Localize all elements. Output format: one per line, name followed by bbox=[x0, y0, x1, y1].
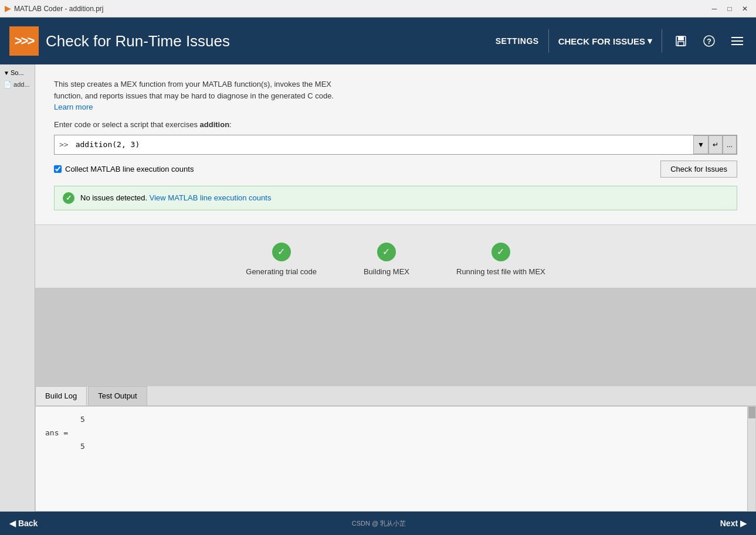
success-text: No issues detected. bbox=[80, 193, 150, 202]
code-prompt: >> bbox=[55, 137, 73, 152]
close-button[interactable]: ✕ bbox=[738, 2, 751, 15]
sidebar-source-label: So... bbox=[11, 69, 24, 76]
svg-text:?: ? bbox=[707, 37, 711, 46]
step-building: ✓ Building MEX bbox=[364, 243, 409, 276]
exercise-prefix: Enter code or select a script that exerc… bbox=[54, 120, 200, 129]
check-for-issues-header-button[interactable]: CHECK FOR ISSUES ▾ bbox=[558, 36, 652, 46]
header-right: SETTINGS CHECK FOR ISSUES ▾ ? bbox=[496, 29, 747, 53]
window-title: MATLAB Coder - addition.prj bbox=[14, 5, 104, 13]
watermark: CSDN @ 乳从小芷 bbox=[352, 519, 406, 528]
maximize-button[interactable]: □ bbox=[723, 2, 736, 15]
step-generating: ✓ Generating trial code bbox=[246, 243, 317, 276]
enter-button[interactable]: ↵ bbox=[708, 135, 723, 154]
log-line-1: 5 bbox=[45, 414, 746, 425]
code-input-field[interactable] bbox=[73, 137, 693, 152]
tab-test-output[interactable]: Test Output bbox=[88, 386, 147, 405]
main-panel: This step creates a MEX function from yo… bbox=[35, 64, 756, 512]
code-input-row: >> ▼ ↵ ... bbox=[54, 135, 737, 155]
checkbox-row: Collect MATLAB line execution counts Che… bbox=[54, 161, 737, 178]
tab-build-log-label: Build Log bbox=[45, 391, 77, 400]
dropdown-arrow-icon: ▼ bbox=[697, 141, 704, 149]
dropdown-arrow-button[interactable]: ▼ bbox=[693, 135, 708, 154]
check-issues-arrow-icon: ▾ bbox=[647, 36, 652, 46]
success-icon: ✓ bbox=[63, 192, 74, 204]
svg-rect-1 bbox=[678, 36, 684, 40]
step-building-icon: ✓ bbox=[377, 243, 396, 261]
desc-line1: This step creates a MEX function from yo… bbox=[54, 80, 331, 88]
file-icon: 📄 bbox=[4, 81, 12, 88]
content-area: ▼ So... 📄 add... This step creates a MEX… bbox=[0, 64, 756, 512]
save-icon-button[interactable] bbox=[672, 32, 690, 50]
svg-rect-2 bbox=[678, 42, 684, 46]
next-button[interactable]: Next ▶ bbox=[720, 519, 747, 528]
help-icon-button[interactable]: ? bbox=[700, 32, 718, 50]
enter-icon: ↵ bbox=[713, 141, 718, 149]
info-card: This step creates a MEX function from yo… bbox=[35, 64, 756, 225]
collect-counts-checkbox[interactable] bbox=[54, 165, 62, 173]
exercise-label: Enter code or select a script that exerc… bbox=[54, 120, 737, 129]
logo-arrows: >>> bbox=[15, 33, 34, 49]
desc-line2: function, and reports issues that may be… bbox=[54, 91, 334, 100]
footer: ◀ Back CSDN @ 乳从小芷 Next ▶ bbox=[0, 512, 756, 535]
tabs-area: Build Log Test Output 5 ans = bbox=[35, 386, 756, 512]
log-line-3: ans = bbox=[45, 427, 746, 438]
collect-counts-text: Collect MATLAB line execution counts bbox=[65, 165, 194, 173]
description-text: This step creates a MEX function from yo… bbox=[54, 79, 737, 113]
matlab-logo: >>> bbox=[9, 26, 39, 56]
log-content: 5 ans = 5 bbox=[35, 406, 756, 512]
step-running-icon: ✓ bbox=[491, 243, 510, 261]
page-title: Check for Run-Time Issues bbox=[46, 32, 230, 50]
sidebar-file-item[interactable]: 📄 add... bbox=[0, 79, 35, 91]
settings-button[interactable]: SETTINGS bbox=[496, 36, 539, 46]
code-input-controls: ▼ ↵ ... bbox=[693, 135, 737, 154]
step-generating-icon: ✓ bbox=[272, 243, 291, 261]
header-left: >>> Check for Run-Time Issues bbox=[9, 26, 230, 56]
back-button[interactable]: ◀ Back bbox=[9, 519, 38, 528]
menu-icon-button[interactable] bbox=[728, 32, 747, 50]
view-counts-link[interactable]: View MATLAB line execution counts bbox=[150, 193, 272, 202]
svg-rect-7 bbox=[731, 44, 743, 45]
title-bar: ▶ MATLAB Coder - addition.prj ─ □ ✕ bbox=[0, 0, 756, 18]
check-for-issues-button[interactable]: Check for Issues bbox=[660, 161, 737, 178]
middle-space bbox=[35, 288, 756, 387]
app-icon: ▶ bbox=[5, 4, 11, 13]
sidebar-file-label: add... bbox=[13, 81, 30, 88]
sidebar: ▼ So... 📄 add... bbox=[0, 64, 35, 512]
steps-area: ✓ Generating trial code ✓ Building MEX ✓… bbox=[35, 225, 756, 288]
log-scrollbar[interactable] bbox=[747, 407, 755, 511]
step-running: ✓ Running test file with MEX bbox=[456, 243, 545, 276]
step-generating-label: Generating trial code bbox=[246, 267, 317, 276]
exercise-function-name: addition bbox=[200, 120, 230, 129]
log-line-5: 5 bbox=[45, 441, 746, 452]
collapse-arrow-icon: ▼ bbox=[4, 70, 9, 76]
step-running-label: Running test file with MEX bbox=[456, 267, 545, 276]
success-message: No issues detected. View MATLAB line exe… bbox=[80, 193, 271, 202]
success-banner: ✓ No issues detected. View MATLAB line e… bbox=[54, 186, 737, 210]
title-bar-left: ▶ MATLAB Coder - addition.prj bbox=[5, 4, 104, 13]
log-scrollbar-thumb[interactable] bbox=[748, 407, 755, 418]
tab-test-output-label: Test Output bbox=[98, 391, 137, 400]
collect-counts-label[interactable]: Collect MATLAB line execution counts bbox=[54, 165, 194, 173]
svg-rect-5 bbox=[731, 37, 743, 38]
check-issues-header-label: CHECK FOR ISSUES bbox=[558, 36, 645, 46]
main-header: >>> Check for Run-Time Issues SETTINGS C… bbox=[0, 18, 756, 64]
tabs-row: Build Log Test Output bbox=[35, 386, 756, 406]
sidebar-collapse[interactable]: ▼ So... bbox=[0, 67, 35, 79]
minimize-button[interactable]: ─ bbox=[708, 2, 721, 15]
learn-more-link[interactable]: Learn more bbox=[54, 103, 93, 111]
title-bar-controls: ─ □ ✕ bbox=[708, 2, 751, 15]
step-building-label: Building MEX bbox=[364, 267, 409, 276]
exercise-suffix: : bbox=[229, 120, 232, 129]
ellipsis-icon: ... bbox=[727, 141, 733, 149]
svg-rect-6 bbox=[731, 40, 743, 42]
ellipsis-button[interactable]: ... bbox=[723, 135, 737, 154]
tab-build-log[interactable]: Build Log bbox=[35, 386, 87, 405]
